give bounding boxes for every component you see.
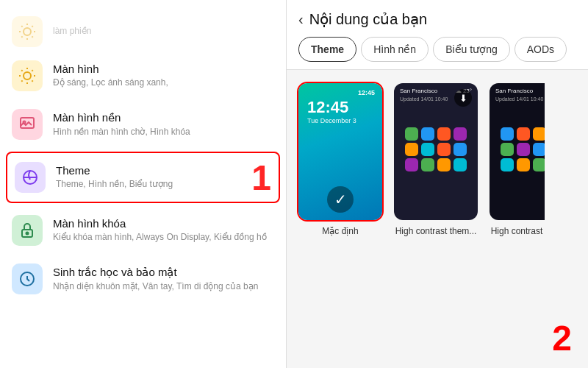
lam-phien-icon — [12, 16, 43, 47]
selected-checkmark: ✓ — [327, 186, 354, 213]
svg-point-9 — [24, 72, 31, 79]
man-hinh-text: Màn hình Độ sáng, Lọc ánh sáng xanh, — [53, 63, 168, 89]
menu-item-sinh-trac-hoc[interactable]: Sinh trắc học và bảo mật Nhận diện khuôn… — [0, 255, 286, 303]
theme-thumb-high-contrast-1[interactable]: San Francisco ☁ 23° Updated 14/01 10:40 — [392, 82, 479, 222]
svg-line-7 — [21, 36, 22, 37]
svg-line-12 — [21, 70, 22, 71]
tab-aods[interactable]: AODs — [514, 37, 567, 62]
svg-point-22 — [26, 233, 29, 235]
theme-thumb-mac-dinh[interactable]: 12:45 12:45 Tue December 3 ✓ — [297, 82, 384, 222]
menu-item-lam-phien[interactable]: làm phiền — [0, 7, 286, 52]
man-hinh-nen-icon — [12, 109, 43, 140]
lam-phien-text: làm phiền — [53, 26, 91, 38]
back-button[interactable]: ‹ — [298, 11, 304, 28]
tabs-row: Theme Hình nền Biểu tượng AODs — [298, 37, 576, 69]
svg-line-4 — [32, 36, 32, 37]
man-hinh-nen-text: Màn hình nền Hình nền màn hình chờ, Hình… — [53, 111, 190, 138]
clock-display: 12:45 Tue December 3 — [307, 98, 356, 124]
theme-card-high-contrast-2[interactable]: San Francisco ☁ 23° Updated 14/01 10:40 — [488, 82, 545, 356]
svg-line-3 — [21, 26, 22, 26]
tab-theme[interactable]: Theme — [298, 37, 356, 62]
theme-text: Theme Theme, Hình nền, Biểu tượng — [56, 164, 173, 191]
sinh-trac-hoc-icon — [12, 263, 43, 294]
theme-label-mac-dinh: Mặc định — [322, 226, 358, 236]
theme-label-high-contrast-2: High contrast them... — [491, 226, 545, 236]
menu-item-man-hinh-nen[interactable]: Màn hình nền Hình nền màn hình chờ, Hình… — [0, 100, 286, 149]
svg-line-17 — [32, 70, 32, 71]
tab-hinh-nen[interactable]: Hình nền — [361, 37, 429, 62]
menu-item-man-hinh[interactable]: Màn hình Độ sáng, Lọc ánh sáng xanh, — [0, 52, 286, 100]
theme-label-high-contrast-1: High contrast them... — [395, 226, 477, 236]
step-2-container: 2 — [545, 321, 588, 368]
svg-line-13 — [32, 80, 32, 81]
man-hinh-icon — [12, 60, 43, 91]
download-icon-1[interactable]: ⬇ — [454, 89, 472, 107]
menu-item-theme[interactable]: Theme Theme, Hình nền, Biểu tượng 1 — [6, 152, 280, 203]
page-title: Nội dung của bạn — [309, 10, 427, 28]
theme-icon — [15, 162, 46, 193]
svg-point-19 — [24, 121, 26, 124]
svg-point-0 — [24, 28, 31, 35]
step-1-label: 1 — [251, 158, 271, 198]
menu-item-man-hinh-khoa[interactable]: Màn hình khóa Kiểu khóa màn hình, Always… — [0, 206, 286, 255]
man-hinh-khoa-text: Màn hình khóa Kiểu khóa màn hình, Always… — [53, 217, 267, 244]
status-bar: 12:45 — [358, 89, 375, 96]
man-hinh-khoa-icon — [12, 215, 43, 246]
theme-thumb-high-contrast-2[interactable]: San Francisco ☁ 23° Updated 14/01 10:40 — [488, 82, 545, 222]
back-row: ‹ Nội dung của bạn — [298, 10, 576, 28]
sinh-trac-hoc-text: Sinh trắc học và bảo mật Nhận diện khuôn… — [53, 266, 258, 293]
theme-card-high-contrast-1[interactable]: San Francisco ☁ 23° Updated 14/01 10:40 — [392, 82, 479, 356]
themes-grid: 12:45 12:45 Tue December 3 ✓ Mặc định S — [287, 70, 545, 368]
dark-theme-top-bar-2: San Francisco ☁ 23° — [495, 88, 545, 94]
step-2-label: 2 — [545, 321, 579, 356]
themes-right-panel: ‹ Nội dung của bạn Theme Hình nền Biểu t… — [287, 0, 588, 368]
svg-line-8 — [32, 26, 32, 26]
settings-left-panel: làm phiền Màn hình Độ sáng, Lọc ánh sáng… — [0, 0, 287, 368]
theme-card-mac-dinh[interactable]: 12:45 12:45 Tue December 3 ✓ Mặc định — [297, 82, 384, 356]
tab-bieu-tuong[interactable]: Biểu tượng — [433, 37, 510, 62]
right-header: ‹ Nội dung của bạn Theme Hình nền Biểu t… — [287, 0, 588, 70]
svg-line-16 — [21, 80, 22, 81]
